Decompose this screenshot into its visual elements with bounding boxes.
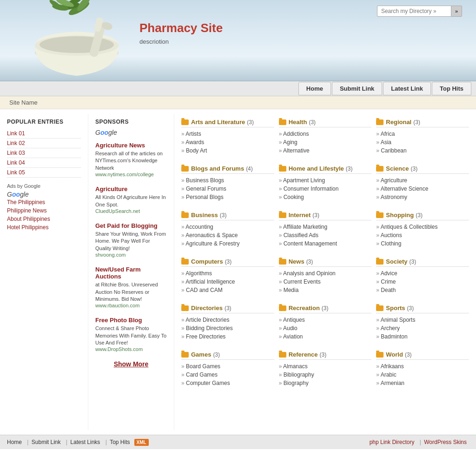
geo-link[interactable]: The Philippines (7, 198, 81, 206)
category-title-link[interactable]: Computers (191, 258, 223, 265)
category-item-link[interactable]: Agriculture (381, 177, 407, 184)
category-item-link[interactable]: Alternative (283, 147, 310, 154)
category-item-link[interactable]: Advice (381, 270, 397, 277)
category-item-link[interactable]: Bibliography (284, 371, 314, 378)
footer-right-link[interactable]: WordPress Skins (424, 439, 467, 445)
footer-link[interactable]: Top Hits (110, 439, 130, 445)
category-title-link[interactable]: Reference (289, 351, 318, 358)
category-item-link[interactable]: Death (381, 287, 396, 293)
category-title-link[interactable]: Internet (289, 212, 311, 219)
footer-link[interactable]: Submit Link (32, 439, 61, 445)
category-item-link[interactable]: Animal Sports (381, 317, 416, 323)
category-item-link[interactable]: Antiques & Collectibles (381, 224, 438, 230)
category-item-link[interactable]: Clothing (381, 240, 401, 247)
category-item-link[interactable]: CAD and CAM (186, 287, 223, 293)
category-item-link[interactable]: Aging (283, 139, 298, 146)
geo-link[interactable]: Hotel Philippines (7, 223, 81, 232)
category-item-link[interactable]: Artists (185, 131, 201, 137)
nav-item-latest-link[interactable]: Latest Link (383, 82, 431, 95)
category-item-link[interactable]: Artificial Intelligence (185, 278, 235, 285)
category-item-link[interactable]: Antiques (283, 317, 305, 323)
category-title-link[interactable]: Sports (386, 305, 405, 312)
category-item-link[interactable]: Accounting (185, 224, 213, 230)
category-title-link[interactable]: Games (191, 351, 211, 358)
category-item-link[interactable]: Astronomy (381, 194, 407, 200)
category-item-link[interactable]: Almanacs (283, 363, 308, 370)
sponsor-link[interactable]: Free Photo Blog (95, 317, 142, 324)
category-item-link[interactable]: Current Events (284, 278, 321, 285)
category-title-link[interactable]: Regional (386, 119, 411, 126)
xml-badge[interactable]: XML (134, 439, 149, 446)
category-item-link[interactable]: Personal Blogs (186, 194, 224, 200)
category-title-link[interactable]: Blogs and Forums (191, 165, 244, 172)
category-item-link[interactable]: Auctions (381, 232, 402, 239)
popular-link[interactable]: Link 03 (7, 148, 81, 158)
popular-link[interactable]: Link 04 (7, 158, 81, 168)
category-item-link[interactable]: Armenian (381, 380, 404, 386)
category-item-link[interactable]: Article Directories (185, 317, 229, 323)
footer-link[interactable]: Latest Links (70, 439, 100, 445)
category-title-link[interactable]: Arts and Literature (191, 119, 245, 126)
category-item-link[interactable]: Aeronautics & Space (185, 232, 238, 239)
category-item-link[interactable]: Asia (381, 139, 391, 146)
category-item-link[interactable]: Aviation (283, 333, 303, 340)
category-item-link[interactable]: Classified Ads (284, 232, 318, 239)
footer-right-link[interactable]: php Link Directory (370, 439, 415, 445)
category-item-link[interactable]: General Forums (186, 186, 226, 192)
category-title-link[interactable]: Business (191, 212, 218, 219)
sponsor-link[interactable]: Agriculture News (95, 142, 145, 149)
category-title-link[interactable]: Science (386, 165, 409, 172)
nav-item-top-hits[interactable]: Top Hits (432, 82, 471, 95)
category-item-link[interactable]: Agriculture & Forestry (185, 240, 239, 247)
category-item-link[interactable]: Addictions (283, 131, 309, 137)
popular-link[interactable]: Link 02 (7, 139, 81, 148)
category-item-link[interactable]: Awards (185, 139, 204, 146)
category-item-link[interactable]: Alternative Science (381, 186, 429, 192)
category-item-link[interactable]: Content Management (284, 240, 337, 247)
category-title-link[interactable]: World (386, 351, 403, 358)
category-item-link[interactable]: Arabic (381, 371, 397, 378)
category-title-link[interactable]: News (289, 258, 304, 265)
category-item-link[interactable]: Computer Games (186, 380, 230, 386)
category-title-link[interactable]: Recreation (289, 305, 320, 312)
category-item-link[interactable]: Board Games (186, 363, 220, 370)
category-title-link[interactable]: Directories (191, 305, 223, 312)
geo-link[interactable]: Philippine News (7, 206, 81, 215)
show-more-link[interactable]: Show More (95, 360, 167, 368)
category-title-link[interactable]: Home and Lifestyle (289, 165, 344, 172)
category-item-link[interactable]: Crime (381, 278, 396, 285)
popular-link[interactable]: Link 05 (7, 168, 81, 178)
sponsor-link[interactable]: Agriculture (95, 186, 127, 192)
category-item-link[interactable]: Afrikaans (381, 363, 404, 370)
category-item-link[interactable]: Business Blogs (186, 177, 224, 184)
category-item-link[interactable]: Body Art (186, 147, 207, 154)
category-item-link[interactable]: Consumer Information (284, 186, 339, 192)
category-item-link[interactable]: Apartment Living (283, 177, 325, 184)
category-item-link[interactable]: Africa (381, 131, 395, 137)
category-item-link[interactable]: Algorithms (185, 270, 212, 277)
category-item-link[interactable]: Cooking (284, 194, 304, 200)
category-item-link[interactable]: Analysis and Opinion (283, 270, 336, 277)
nav-item-submit-link[interactable]: Submit Link (332, 82, 382, 95)
sponsor-link[interactable]: Get Paid for Blogging (95, 222, 158, 229)
category-title-link[interactable]: Health (289, 119, 307, 126)
category-item-link[interactable]: Audio (283, 325, 298, 331)
category-item-link[interactable]: Media (284, 287, 299, 293)
category-item-link[interactable]: Free Directories (186, 333, 225, 340)
sponsor-link[interactable]: New/Used Farm Auctions (95, 266, 141, 280)
category-item-link[interactable]: Archery (381, 325, 400, 331)
category-item-link[interactable]: Card Games (186, 371, 218, 378)
category-title-link[interactable]: Society (386, 258, 407, 265)
category-item-link[interactable]: Bidding Directories (186, 325, 233, 331)
category-item-link[interactable]: Badminton (381, 333, 407, 340)
category-item-link[interactable]: Caribbean (381, 147, 406, 154)
category-item-link[interactable]: Biography (284, 380, 309, 386)
category-item-link[interactable]: Affiliate Marketing (283, 224, 327, 230)
search-button[interactable]: » (451, 6, 462, 17)
search-input[interactable] (377, 6, 451, 17)
popular-link[interactable]: Link 01 (7, 129, 81, 139)
nav-item-home[interactable]: Home (298, 82, 331, 95)
footer-link[interactable]: Home (7, 439, 22, 445)
geo-link[interactable]: About Philippines (7, 215, 81, 223)
category-title-link[interactable]: Shopping (386, 212, 414, 219)
